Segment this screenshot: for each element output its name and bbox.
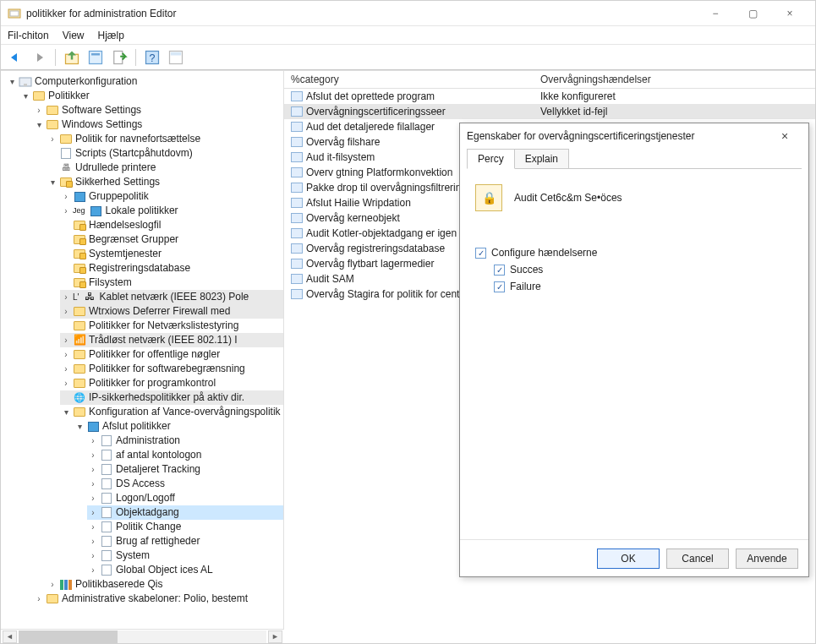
svg-rect-4 — [91, 53, 100, 56]
filter-button[interactable] — [167, 48, 185, 67]
configure-checkbox-row[interactable]: Configure hændelserne — [475, 247, 793, 259]
dialog-tabs: Percy Explain — [460, 149, 808, 169]
up-button[interactable] — [63, 48, 81, 67]
menu-view[interactable]: View — [63, 30, 85, 41]
row-title: Afslut det oprettede program — [306, 90, 540, 102]
menu-help[interactable]: Hjælp — [97, 30, 123, 41]
tree-gruppepolitik[interactable]: ›Gruppepolitik — [60, 189, 283, 204]
help-button[interactable]: ? — [143, 48, 162, 67]
menu-file[interactable]: Fil-chiton — [8, 30, 49, 41]
window-title: politikker for administration Editor — [26, 8, 697, 19]
dialog-close-button[interactable]: × — [768, 129, 802, 143]
forward-button[interactable] — [30, 48, 48, 67]
ok-button[interactable]: OK — [597, 548, 660, 569]
titlebar: politikker for administration Editor − ▢… — [1, 1, 815, 26]
tree-haendelseslog[interactable]: Hændelseslogfil — [60, 218, 283, 232]
scroll-thumb[interactable] — [19, 630, 118, 643]
tree-begraenset[interactable]: Begrænset Grupper — [60, 232, 283, 247]
back-button[interactable] — [6, 48, 25, 67]
tree-kablet[interactable]: ›L'🖧Kablet netværk (IEEE 8023) Pole — [60, 290, 283, 304]
dialog-body: 🔒 Audit Cet6c&m Se•öces Configure hændel… — [460, 170, 808, 539]
app-window: politikker for administration Editor − ▢… — [0, 0, 816, 644]
tree-navne[interactable]: ›Politik for navnefortsættelse — [47, 132, 283, 146]
minimize-button[interactable]: − — [697, 2, 734, 25]
scroll-left-button[interactable]: ◄ — [3, 630, 17, 643]
failure-checkbox-row[interactable]: Failure — [494, 281, 793, 292]
tree-global[interactable]: ›Global Object ices AL — [87, 563, 283, 577]
tree-udrullede[interactable]: 🖶Udrullede printere — [47, 161, 283, 175]
tree-sikkerhed[interactable]: ▾Sikkerhed Settingsⓐ — [47, 175, 283, 189]
tree-politikker[interactable]: ▾Politikker — [19, 89, 283, 103]
tree-filsystem[interactable]: Filsystem — [60, 276, 283, 290]
svg-rect-11 — [24, 84, 27, 86]
tree-scrollbar[interactable]: ◄ ► — [1, 629, 284, 643]
tree-programk[interactable]: ›Politikker for programkontrol — [60, 376, 283, 390]
tree-software[interactable]: ›Software Settings — [33, 103, 283, 117]
tree-objektadgang[interactable]: ›Objektadgang — [87, 505, 283, 520]
tree-rettigheder[interactable]: ›Brug af rettigheder — [87, 534, 283, 548]
failure-checkbox[interactable] — [494, 281, 505, 292]
tree-regdb[interactable]: Registreringsdatabase — [60, 261, 283, 276]
tree-logon[interactable]: ›Logon/Logoff — [87, 491, 283, 505]
scroll-right-button[interactable]: ► — [268, 630, 282, 643]
tree-swbeg[interactable]: ›Politikker for softwarebegrænsning — [60, 362, 283, 376]
properties-button[interactable] — [86, 48, 105, 67]
col-category[interactable]: %category — [291, 74, 540, 85]
registry-icon — [291, 289, 306, 299]
dialog-title: Egenskaber for overvågningscertificering… — [467, 130, 768, 142]
maximize-button[interactable]: ▢ — [734, 2, 771, 25]
failure-label: Failure — [510, 281, 541, 292]
wifi-icon: 📶 — [74, 333, 86, 347]
lock-icon: 🔒 — [482, 191, 496, 205]
tree-scripts[interactable]: Scripts (Startcpåhutdovm) — [47, 146, 283, 161]
success-checkbox-row[interactable]: Succes — [494, 264, 793, 276]
tree-dsaccess[interactable]: ›DS Access — [87, 477, 283, 491]
registry-icon — [291, 243, 306, 254]
tab-underline — [467, 168, 802, 169]
close-button[interactable]: × — [771, 2, 808, 25]
success-checkbox[interactable] — [494, 265, 505, 276]
tab-explain[interactable]: Explain — [514, 149, 569, 169]
tree-pane[interactable]: ▾Computerkonfiguration ▾Politikker ›Soft… — [1, 71, 284, 629]
tree-root[interactable]: ▾Computerkonfiguration — [6, 74, 283, 89]
chart-icon — [60, 580, 72, 590]
list-row[interactable]: OvervågningscertificeringsseerVellykket … — [284, 104, 815, 119]
tree-polbaseret[interactable]: ›Politikbaserede Qis — [47, 577, 283, 592]
export-button[interactable] — [110, 48, 129, 67]
tree-ipsik[interactable]: 🌐IP-sikkerhedspolitikker på aktiv dir. — [60, 390, 283, 405]
registry-icon — [291, 152, 306, 162]
col-events[interactable]: Overvågningshændelser — [540, 74, 808, 85]
list-header: %category Overvågningshændelser — [284, 71, 815, 89]
apply-button[interactable]: Anvende — [736, 548, 798, 569]
scroll-track[interactable] — [19, 630, 266, 643]
tree-systemtjen[interactable]: Systemtjenester — [60, 247, 283, 261]
tree-adminskab[interactable]: ›Administrative skabeloner: Polio, beste… — [33, 592, 283, 606]
tree-netvaerks[interactable]: Politikker for Netværkslistestyring — [60, 319, 283, 333]
svg-rect-3 — [90, 51, 102, 63]
tree-kontologon[interactable]: ›af antal kontologon — [87, 448, 283, 462]
cancel-button[interactable]: Cancel — [666, 548, 729, 569]
tree-konfig[interactable]: ▾Konfiguration af Vance-overvågningspoli… — [60, 405, 283, 419]
toolbar: ? — [1, 45, 815, 70]
globe-icon: 🌐 — [74, 390, 85, 405]
tree-detaljeret[interactable]: ›Detaljeret Tracking — [87, 462, 283, 477]
tree-system[interactable]: ›System — [87, 548, 283, 563]
tree-windows[interactable]: ▾Windows Settings — [33, 117, 283, 132]
tree-afslut[interactable]: ▾Afslut politikker — [74, 419, 283, 434]
app-icon — [8, 7, 21, 20]
registry-icon — [291, 228, 306, 238]
tree-lokale[interactable]: ›JegLokale politikker — [60, 204, 283, 218]
configure-checkbox[interactable] — [475, 248, 486, 259]
tab-percy[interactable]: Percy — [467, 149, 515, 169]
configure-label: Configure hændelserne — [491, 247, 597, 259]
tree-admin[interactable]: ›Administration — [87, 434, 283, 448]
list-row[interactable]: Afslut det oprettede programIkke konfigu… — [284, 89, 815, 104]
registry-icon — [291, 106, 306, 117]
tree-traadlost[interactable]: ›📶Trådløst netværk (IEEE 802.11) I — [60, 333, 283, 347]
dialog-titlebar: Egenskaber for overvågningscertificering… — [460, 123, 808, 149]
tree-offentlige[interactable]: ›Politikker for offentlige nøgler — [60, 347, 283, 362]
list-pane: %category Overvågningshændelser Afslut d… — [284, 71, 815, 629]
tree-firewall[interactable]: ›Wtrxiows Deferrer Firewall med — [60, 304, 283, 319]
properties-dialog: Egenskaber for overvågningscertificering… — [459, 123, 809, 577]
tree-politikchange[interactable]: ›Politik Change — [87, 520, 283, 534]
